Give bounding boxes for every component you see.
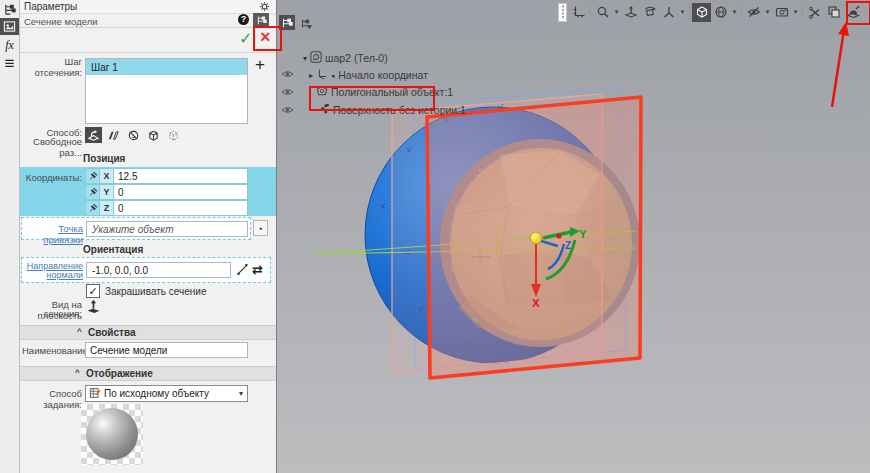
chevron-down-icon[interactable]: ▾: [612, 8, 621, 16]
chevron-down-icon[interactable]: ▾: [791, 8, 800, 16]
tree-item-label[interactable]: Начало координат: [338, 69, 428, 81]
copy-view-icon[interactable]: [824, 3, 843, 22]
view-on-plane-icon[interactable]: [86, 299, 101, 316]
customize-grip[interactable]: [558, 3, 567, 22]
coordinate-y-input[interactable]: 0: [113, 184, 248, 200]
normal-direction-row: Направление нормали -1.0, 0.0, 0.0 ⇄: [21, 257, 271, 283]
lift-view-icon[interactable]: [621, 3, 640, 22]
accept-button[interactable]: ✓: [239, 29, 252, 48]
z-axis-label: Z: [565, 240, 571, 251]
image-capture-icon[interactable]: [772, 3, 791, 22]
bullet-icon: ●: [331, 72, 335, 79]
method-free-place-icon[interactable]: [85, 127, 102, 143]
tree-row-origin[interactable]: ▸ ● Начало координат: [309, 68, 428, 82]
body-icon: [310, 51, 322, 65]
model-tree-icon[interactable]: [0, 2, 19, 17]
chevron-down-icon[interactable]: ▾: [763, 8, 772, 16]
help-icon[interactable]: ?: [238, 14, 249, 25]
anchor-point-field[interactable]: Укажите объект: [86, 221, 248, 237]
pick-direction-icon[interactable]: [236, 263, 249, 278]
fx-icon[interactable]: fx: [0, 38, 19, 53]
tree-row-body[interactable]: ▾ шар2 (Тел-0): [303, 51, 388, 65]
menu-icon[interactable]: ≡: [0, 55, 19, 72]
panel-title: Параметры: [24, 1, 77, 12]
properties-section-header[interactable]: ^ Свойства: [20, 325, 276, 340]
zoom-icon[interactable]: [593, 3, 612, 22]
display-method-value: По исходному объекту: [104, 388, 209, 399]
display-method-label: Способ задания:: [22, 388, 82, 410]
axes-triad-icon[interactable]: [659, 3, 678, 22]
panel-titlebar[interactable]: Параметры: [20, 0, 276, 14]
eye-icon[interactable]: [281, 87, 294, 99]
view-on-plane-label-2: сечения:: [22, 308, 82, 319]
collapse-chevron-icon[interactable]: ^: [75, 368, 80, 377]
reverse-direction-icon[interactable]: ⇄: [252, 262, 263, 277]
rotate-handle-dot[interactable]: [556, 233, 561, 238]
method-two-planes-icon[interactable]: [105, 127, 122, 143]
anchor-point-row: Точка привязки Укажите объект: [21, 217, 251, 240]
coordinate-row-z: Z 0: [85, 200, 248, 216]
anchor-point-link[interactable]: Точка привязки: [23, 223, 83, 245]
orientation-cube-icon[interactable]: [692, 3, 711, 22]
panel-tree-toggle[interactable]: [253, 13, 269, 27]
pin-icon[interactable]: [85, 184, 99, 200]
eye-icon[interactable]: [281, 69, 294, 81]
coordinate-x-input[interactable]: 12.5: [113, 168, 248, 184]
expander-icon[interactable]: ▾: [303, 54, 307, 63]
tree-item-label[interactable]: шар2 (Тел-0): [325, 52, 388, 64]
name-field-input[interactable]: Сечение модели: [85, 342, 248, 358]
step-list-item-selected[interactable]: Шаг 1: [86, 59, 247, 75]
chevron-down-icon[interactable]: ▾: [678, 8, 687, 16]
preview-sphere: [86, 408, 138, 460]
side-icon-strip: fx ≡: [0, 0, 20, 473]
coordinates-label: Координаты:: [22, 172, 82, 183]
toolbar-separator: [689, 5, 690, 20]
expander-icon[interactable]: ▸: [309, 71, 313, 80]
orientation-section-title: Ориентация: [83, 244, 143, 255]
display-method-dropdown[interactable]: По исходному объекту ▾: [85, 385, 248, 402]
add-step-button[interactable]: +: [252, 57, 268, 73]
toolbar-separator: [741, 5, 742, 20]
axis-x-cell: X: [99, 168, 113, 184]
display-mode-icon[interactable]: [711, 3, 730, 22]
method-label-2: Свободное раз...: [22, 136, 82, 158]
toolbar-separator: [590, 5, 591, 20]
collapse-chevron-icon[interactable]: ^: [77, 327, 82, 336]
pin-icon[interactable]: [85, 168, 99, 184]
coordinate-corner-icon[interactable]: [569, 3, 588, 22]
step-list[interactable]: Шаг 1: [85, 58, 248, 124]
coordinate-row-x: X 12.5: [85, 168, 248, 184]
rotate-view-icon[interactable]: [640, 3, 659, 22]
method-sphere-cut-icon[interactable]: [125, 127, 142, 143]
y-axis-label: Y: [579, 228, 587, 240]
origin-handle-ball[interactable]: [530, 232, 542, 244]
display-section-header[interactable]: ^ Отображение: [20, 366, 276, 381]
name-field-label: Наименование:: [22, 345, 82, 356]
x-axis-label: X: [532, 297, 540, 309]
anchor-target-button[interactable]: ●: [253, 220, 268, 236]
command-name: Сечение модели: [24, 16, 98, 27]
normal-direction-field[interactable]: -1.0, 0.0, 0.0: [86, 262, 231, 278]
material-preview: [81, 404, 143, 465]
coordinate-row-y: Y 0: [85, 184, 248, 200]
image-panel-icon[interactable]: [0, 18, 19, 35]
tree-filter-icon[interactable]: [298, 16, 314, 31]
eye-icon[interactable]: [281, 105, 294, 117]
method-box-cut-icon[interactable]: [145, 127, 162, 143]
hide-objects-icon[interactable]: [744, 3, 763, 22]
pin-icon[interactable]: [85, 200, 99, 216]
display-section-title: Отображение: [86, 368, 153, 379]
toolbar-separator: [802, 5, 803, 20]
app-window: X Y Z fx ≡ Параметры Сечение модели ? ✓: [0, 0, 870, 473]
display-method-icon: [89, 387, 101, 401]
method-box-outline-icon[interactable]: [165, 127, 182, 143]
coordinate-z-input[interactable]: 0: [113, 200, 248, 216]
clip-icon[interactable]: [805, 3, 824, 22]
axis-y-cell: Y: [99, 184, 113, 200]
chevron-down-icon: ▾: [239, 389, 247, 398]
normal-direction-link-2[interactable]: нормали: [23, 270, 83, 280]
chevron-down-icon[interactable]: ▾: [730, 8, 739, 16]
origin-icon: [316, 68, 328, 82]
axis-z-cell: Z: [99, 200, 113, 216]
fill-section-checkbox[interactable]: ✓: [86, 284, 100, 298]
